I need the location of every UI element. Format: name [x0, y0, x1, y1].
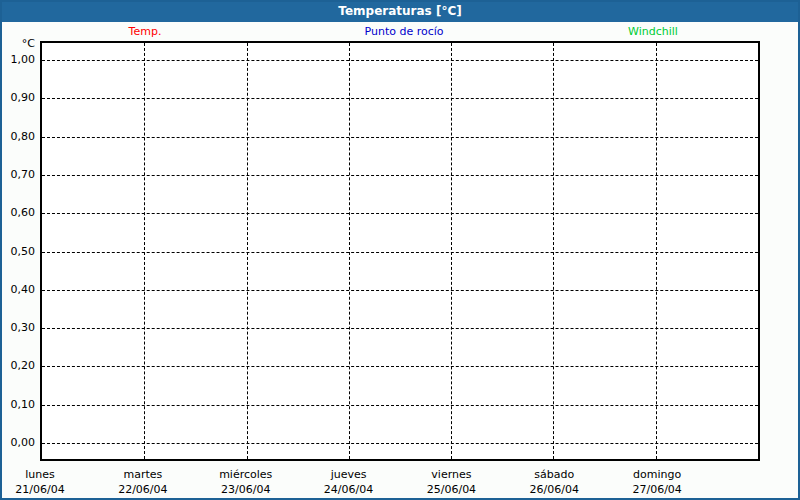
y-tick-label: 0,00 [1, 436, 35, 450]
x-axis-date-label: 26/06/04 [530, 483, 579, 496]
horizontal-gridline [42, 443, 758, 444]
horizontal-gridline [42, 175, 758, 176]
horizontal-gridline [42, 290, 758, 291]
x-axis-date-label: 23/06/04 [221, 483, 270, 496]
legend-item-temp: Temp. [129, 25, 162, 38]
x-axis-date-label: 22/06/04 [118, 483, 167, 496]
y-tick-label: 0,30 [1, 321, 35, 335]
y-tick-label: 0,40 [1, 283, 35, 297]
plot-area [40, 41, 760, 461]
x-axis-day-label: jueves [331, 468, 367, 481]
y-tick-label: 1,00 [1, 53, 35, 67]
x-axis: lunes21/06/04martes22/06/04miércoles23/0… [2, 462, 798, 498]
x-axis-date-label: 25/06/04 [427, 483, 476, 496]
x-axis-day-label: lunes [25, 468, 55, 481]
legend-item-windchill: Windchill [628, 25, 678, 38]
horizontal-gridline [42, 60, 758, 61]
horizontal-gridline [42, 213, 758, 214]
vertical-gridline [349, 43, 350, 459]
x-axis-day-label: miércoles [219, 468, 272, 481]
x-axis-date-label: 24/06/04 [324, 483, 373, 496]
x-axis-date-label: 27/06/04 [632, 483, 681, 496]
y-tick-label: 0,60 [1, 206, 35, 220]
horizontal-gridline [42, 137, 758, 138]
vertical-gridline [553, 43, 554, 459]
y-tick-label: 0,50 [1, 245, 35, 259]
vertical-gridline [656, 43, 657, 459]
x-axis-date-label: 21/06/04 [15, 483, 64, 496]
vertical-gridline [144, 43, 145, 459]
horizontal-gridline [42, 328, 758, 329]
x-axis-day-label: martes [123, 468, 162, 481]
y-tick-label: 0,90 [1, 91, 35, 105]
x-axis-day-label: viernes [431, 468, 471, 481]
y-axis: °C 1,000,900,800,700,600,500,400,300,200… [2, 2, 36, 472]
y-tick-label: 0,10 [1, 398, 35, 412]
y-axis-unit-label: °C [1, 37, 35, 51]
y-tick-label: 0,20 [1, 359, 35, 373]
horizontal-gridline [42, 405, 758, 406]
vertical-gridline [247, 43, 248, 459]
x-axis-day-label: sábado [534, 468, 574, 481]
chart-legend: Temp.Punto de rocíoWindchill [2, 2, 798, 42]
x-axis-day-label: domingo [633, 468, 681, 481]
y-tick-label: 0,70 [1, 168, 35, 182]
vertical-gridline [451, 43, 452, 459]
horizontal-gridline [42, 252, 758, 253]
temperature-chart-window: Temperaturas [°C] Temp.Punto de rocíoWin… [0, 0, 800, 500]
y-tick-label: 0,80 [1, 130, 35, 144]
horizontal-gridline [42, 98, 758, 99]
legend-item-dew-point: Punto de rocío [364, 25, 443, 38]
horizontal-gridline [42, 366, 758, 367]
